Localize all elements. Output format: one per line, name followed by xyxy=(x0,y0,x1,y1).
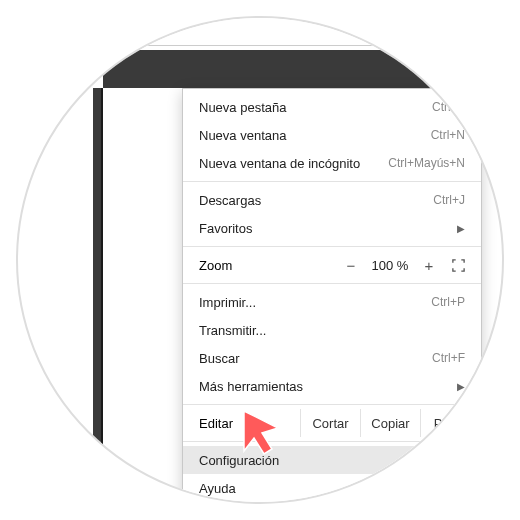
menu-label: Nueva ventana de incógnito xyxy=(199,156,360,171)
menu-label: Transmitir... xyxy=(199,323,266,338)
separator xyxy=(183,181,481,182)
window-edge xyxy=(93,88,103,502)
menu-label: Nueva ventana xyxy=(199,128,286,143)
menu-item-downloads[interactable]: Descargas Ctrl+J xyxy=(183,186,481,214)
svg-rect-1 xyxy=(456,22,465,31)
menu-item-bookmarks[interactable]: Favoritos ▶ xyxy=(183,214,481,242)
edit-cut-button[interactable]: Cortar xyxy=(301,409,361,437)
menu-item-edit: Editar Cortar Copiar Pegar xyxy=(183,409,481,437)
shortcut: Ctrl+F xyxy=(432,351,465,365)
window-titlebar xyxy=(103,16,502,46)
zoom-in-button[interactable]: + xyxy=(415,257,443,274)
browser-window xyxy=(103,16,502,88)
edit-paste-button[interactable]: Pegar xyxy=(421,409,481,437)
minimize-button[interactable] xyxy=(398,16,426,41)
menu-label: Imprimir... xyxy=(199,295,256,310)
zoom-out-button[interactable]: − xyxy=(337,257,365,274)
menu-item-zoom: Zoom − 100 % + xyxy=(183,251,481,279)
menu-item-new-tab[interactable]: Nueva pestaña Ctrl+T xyxy=(183,93,481,121)
fullscreen-button[interactable] xyxy=(443,258,473,273)
separator xyxy=(183,246,481,247)
separator xyxy=(183,441,481,442)
menu-item-find[interactable]: Buscar Ctrl+F xyxy=(183,344,481,372)
menu-item-settings[interactable]: Configuración xyxy=(183,446,481,474)
maximize-button[interactable] xyxy=(446,16,474,41)
menu-label: Favoritos xyxy=(199,221,252,236)
separator xyxy=(183,404,481,405)
shortcut: Ctrl+J xyxy=(433,193,465,207)
menu-label: Buscar xyxy=(199,351,239,366)
submenu-arrow-icon: ▶ xyxy=(457,223,465,234)
menu-item-cast[interactable]: Transmitir... xyxy=(183,316,481,344)
bookmark-star-icon[interactable] xyxy=(419,60,435,79)
toolbar xyxy=(103,50,502,88)
submenu-arrow-icon: ▶ xyxy=(457,483,465,494)
menu-label: Más herramientas xyxy=(199,379,303,394)
shortcut: Ctrl+N xyxy=(431,128,465,142)
shortcut: Ctrl+Mayús+N xyxy=(388,156,465,170)
shortcut: Ctrl+P xyxy=(431,295,465,309)
menu-item-new-window[interactable]: Nueva ventana Ctrl+N xyxy=(183,121,481,149)
menu-label: Editar xyxy=(183,409,301,437)
separator xyxy=(183,283,481,284)
menu-item-more-tools[interactable]: Más herramientas ▶ xyxy=(183,372,481,400)
menu-item-help[interactable]: Ayuda ▶ xyxy=(183,474,481,502)
zoom-value: 100 % xyxy=(365,258,415,273)
menu-label: Configuración xyxy=(199,453,279,468)
menu-label: Descargas xyxy=(199,193,261,208)
menu-label: Ayuda xyxy=(199,481,236,496)
menu-button[interactable] xyxy=(473,58,484,81)
submenu-arrow-icon: ▶ xyxy=(457,381,465,392)
menu-item-incognito[interactable]: Nueva ventana de incógnito Ctrl+Mayús+N xyxy=(183,149,481,177)
shield-icon[interactable] xyxy=(445,59,463,80)
svg-rect-2 xyxy=(447,62,461,73)
edit-copy-button[interactable]: Copiar xyxy=(361,409,421,437)
chrome-menu: Nueva pestaña Ctrl+T Nueva ventana Ctrl+… xyxy=(182,88,482,504)
menu-label: Nueva pestaña xyxy=(199,100,286,115)
menu-label: Zoom xyxy=(199,258,337,273)
shortcut: Ctrl+T xyxy=(432,100,465,114)
menu-item-print[interactable]: Imprimir... Ctrl+P xyxy=(183,288,481,316)
